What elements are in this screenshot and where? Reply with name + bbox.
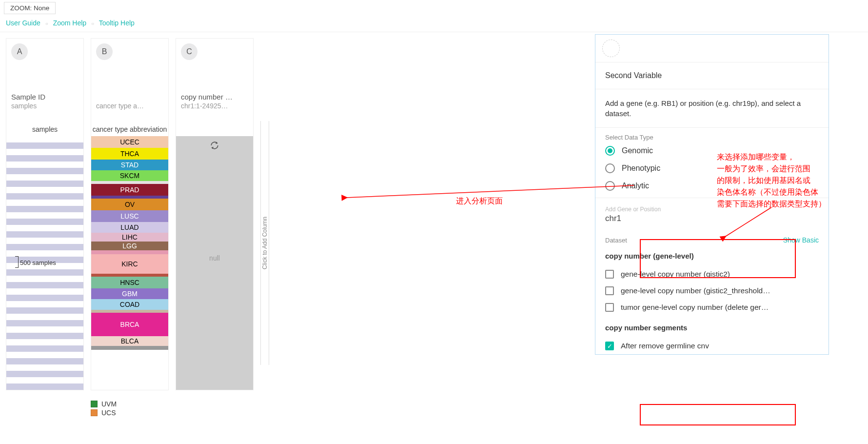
legend-label: UVM [101, 400, 117, 408]
link-user-guide[interactable]: User Guide [6, 19, 40, 27]
sample-count-label: 500 samples [20, 259, 56, 266]
dataset-group-1-title: copy number (gene-level) [595, 249, 829, 266]
radio-genomic[interactable]: Genomic [605, 146, 819, 156]
cancer-row: BLCA [91, 336, 168, 346]
dataset-checkbox[interactable]: gene-level copy number (gistic2) [595, 266, 829, 283]
stripe [6, 339, 83, 345]
column-c-title: copy number … [181, 93, 248, 101]
cancer-row: LUSC [91, 210, 168, 222]
cancer-row: LUAD [91, 222, 168, 233]
stripe [6, 238, 83, 244]
radio-phenotypic[interactable]: Phenotypic [605, 163, 819, 173]
legend: UVMUCS [91, 400, 868, 417]
null-column: null [176, 136, 253, 390]
column-a-header: samples [6, 112, 83, 136]
column-a[interactable]: A Sample ID samples samples 500 samples [6, 38, 84, 390]
checkbox-icon: ✓ [605, 342, 614, 350]
add-column-button[interactable]: Click to Add Column [260, 121, 269, 365]
link-tooltip-help[interactable]: Tooltip Help [99, 19, 135, 27]
panel-instruction: Add a gene (e.g. RB1) or position (e.g. … [595, 89, 829, 128]
legend-item: UCS [91, 409, 868, 417]
legend-swatch [91, 409, 98, 416]
stripe [6, 206, 83, 212]
column-badge-b: B [96, 43, 113, 60]
column-badge-c: C [181, 43, 197, 60]
stripe [6, 200, 83, 206]
column-b-header: cancer type abbreviation [91, 112, 168, 136]
stripe [6, 288, 83, 295]
stripe [6, 161, 83, 168]
stripe [6, 377, 83, 383]
stripe [6, 307, 83, 314]
help-links: User Guide ○ Zoom Help ○ Tooltip Help [0, 14, 868, 32]
stripe [6, 231, 83, 238]
stripe [6, 383, 83, 390]
cancer-row: UCEC [91, 136, 168, 148]
dashed-circle-icon [602, 40, 620, 57]
dataset-group-2-title: copy number segments [595, 321, 829, 338]
cancer-row: BRCA [91, 313, 168, 336]
checkbox-icon [605, 286, 614, 295]
legend-swatch [91, 401, 98, 407]
cancer-row: THCA [91, 148, 168, 160]
stripe [6, 371, 83, 377]
cancer-row: LIHC [91, 233, 168, 242]
stripe [6, 142, 83, 149]
stripe [6, 320, 83, 326]
stripe [6, 149, 83, 155]
cancer-row: PRAD [91, 184, 168, 196]
legend-label: UCS [101, 409, 116, 417]
column-b[interactable]: B cancer type a… cancer type abbreviatio… [91, 38, 169, 390]
gene-position-field[interactable]: Add Gene or Position chr1 [595, 198, 829, 233]
stripe [6, 314, 83, 320]
stripe [6, 174, 83, 181]
column-b-subtitle: cancer type a… [96, 102, 163, 110]
stripe [6, 136, 83, 142]
link-zoom-help[interactable]: Zoom Help [53, 19, 86, 27]
column-badge-a: A [11, 43, 28, 60]
dataset-checkbox[interactable]: tumor gene-level copy number (delete ger… [595, 299, 829, 316]
cancer-row: KIRC [91, 254, 168, 274]
cancer-row: STAD [91, 160, 168, 170]
reload-icon[interactable] [210, 141, 219, 152]
stripe [6, 269, 83, 276]
column-c[interactable]: C copy number … chr1:1-24925… null [176, 38, 254, 390]
stripe [6, 301, 83, 307]
column-c-subtitle: chr1:1-24925… [181, 102, 248, 110]
stripe [6, 345, 83, 352]
stripe [6, 193, 83, 200]
dataset-checkbox[interactable]: gene-level copy number (gistic2_threshol… [595, 283, 829, 299]
checkbox-icon [605, 303, 614, 312]
stripe [6, 333, 83, 339]
dataset-checkbox[interactable]: ✓After remove germline cnv [595, 338, 829, 354]
stripe [6, 364, 83, 371]
sample-stripes: 500 samples [6, 136, 83, 390]
panel-title: Second Variable [595, 62, 829, 89]
legend-item: UVM [91, 400, 868, 408]
checkbox-icon [605, 270, 614, 279]
stripe [6, 352, 83, 358]
cancer-row [91, 250, 168, 254]
cancer-row: OV [91, 199, 168, 210]
stripe [6, 181, 83, 187]
null-text: null [209, 254, 220, 262]
stripe [6, 187, 83, 193]
stripe [6, 168, 83, 174]
stripe [6, 358, 83, 364]
cancer-type-column: UCECTHCASTADSKCMPRADOVLUSCLUADLIHCLGGKIR… [91, 136, 168, 390]
radio-analytic[interactable]: Analytic [605, 181, 819, 191]
cancer-row: HNSC [91, 277, 168, 288]
cancer-row: LGG [91, 242, 168, 250]
cancer-row: COAD [91, 299, 168, 310]
stripe [6, 282, 83, 288]
stripe [6, 295, 83, 301]
stripe [6, 155, 83, 161]
stripe [6, 276, 83, 282]
variable-panel: Second Variable Add a gene (e.g. RB1) or… [595, 34, 829, 355]
zoom-indicator: ZOOM: None [4, 2, 56, 14]
cancer-row: GBM [91, 288, 168, 299]
stripe [6, 225, 83, 231]
column-a-title: Sample ID [11, 93, 79, 101]
stripe [6, 219, 83, 225]
show-basic-link[interactable]: Show Basic [783, 236, 819, 244]
